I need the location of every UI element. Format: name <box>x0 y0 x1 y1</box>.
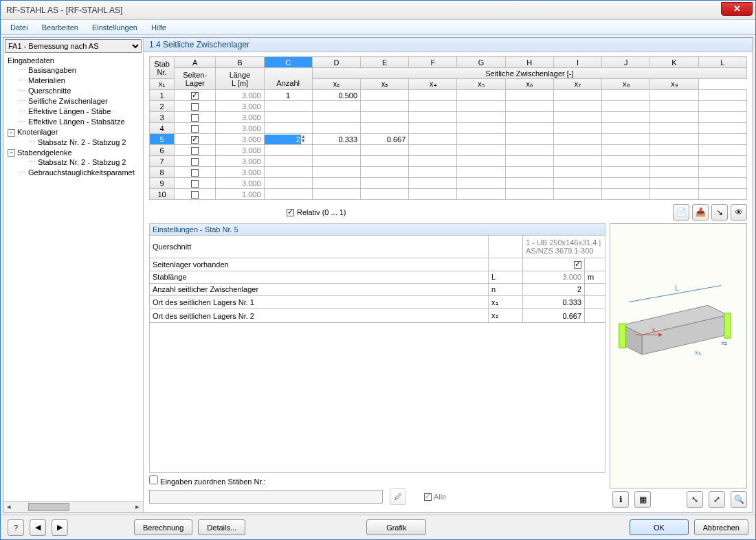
table-row[interactable]: 33.000 <box>150 112 747 123</box>
col-L[interactable]: L <box>698 57 746 68</box>
ok-button[interactable]: OK <box>630 519 689 535</box>
tree-knotenlager[interactable]: −Knotenlager <box>6 127 140 137</box>
spinner-icon[interactable]: ▲▼ <box>301 135 309 143</box>
pick-icon[interactable]: ↘ <box>711 204 728 221</box>
tree-stabendgelenke[interactable]: −Stabendgelenke <box>6 148 140 158</box>
abbrechen-button[interactable]: Abbrechen <box>694 519 748 535</box>
excel-export-icon[interactable]: 📄 <box>673 204 689 221</box>
checkbox-icon[interactable] <box>191 191 199 199</box>
data-grid[interactable]: StabNr. A B C D E F G H I J K L <box>149 56 747 200</box>
col-C[interactable]: C <box>264 57 312 68</box>
col-A[interactable]: A <box>175 57 216 68</box>
assign-input[interactable] <box>149 490 383 504</box>
checkbox-icon[interactable] <box>287 209 294 216</box>
details-button[interactable]: Details... <box>198 519 245 535</box>
zoom-icon[interactable]: 🔍 <box>731 491 747 508</box>
table-row[interactable]: 53.000▲▼0.3330.667 <box>150 134 747 145</box>
tree-eff-laengen-staebe[interactable]: ⋯ Effektive Längen - Stäbe <box>6 106 140 117</box>
tree-root[interactable]: Eingabedaten <box>6 56 140 65</box>
col-I[interactable]: I <box>553 57 601 68</box>
row-header[interactable]: 10 <box>150 189 175 200</box>
col-B[interactable]: B <box>216 57 264 68</box>
row-header[interactable]: 9 <box>150 178 175 189</box>
row-header[interactable]: 2 <box>150 101 175 112</box>
table-row[interactable]: 101.000 <box>150 189 747 200</box>
row-header[interactable]: 6 <box>150 145 175 156</box>
table-row[interactable]: 43.000 <box>150 123 747 134</box>
axis-icon[interactable]: ⤡ <box>687 491 703 508</box>
checkbox-icon[interactable] <box>191 180 199 188</box>
table-row[interactable]: 13.00010.500 <box>150 90 747 101</box>
tree-eff-laengen-stabsaetze[interactable]: ⋯ Effektive Längen - Stabsätze <box>6 117 140 127</box>
col-J[interactable]: J <box>602 57 650 68</box>
collapse-icon[interactable]: − <box>8 149 15 157</box>
col-F[interactable]: F <box>409 57 457 68</box>
sidebar-hscroll[interactable]: ◂ ▸ <box>3 501 143 512</box>
app-window: RF-STAHL AS - [RF-STAHL AS] ✕ Datei Bear… <box>0 0 756 540</box>
close-button[interactable]: ✕ <box>721 2 753 16</box>
col-E[interactable]: E <box>361 57 409 68</box>
table-row[interactable]: 23.000 <box>150 101 747 112</box>
row-header[interactable]: 8 <box>150 167 175 178</box>
preview-canvas: L x x₁ x₂ <box>610 223 747 488</box>
settings-table[interactable]: Querschnitt1 - UB 250x146x31.4 | AS/NZS … <box>149 235 605 473</box>
checkbox-icon[interactable] <box>191 136 199 144</box>
tree-stabendgelenke-child[interactable]: ⋯ Stabsatz Nr. 2 - Stabzug 2 <box>6 157 140 168</box>
next-icon[interactable]: ▶ <box>52 519 68 536</box>
svg-marker-3 <box>619 324 626 348</box>
relativ-checkbox[interactable]: Relativ (0 ... 1) <box>287 208 346 216</box>
table-row[interactable]: 83.000 <box>150 167 747 178</box>
alle-checkbox[interactable]: Alle <box>424 493 446 501</box>
hdr-group: Seitliche Zwischenlager [-] <box>312 68 746 79</box>
row-header[interactable]: 3 <box>150 112 175 123</box>
menu-hilfe[interactable]: Hilfe <box>146 22 172 33</box>
tree-seitliche-zwischenlager[interactable]: ⋯ Seitliche Zwischenlager <box>6 96 140 106</box>
scroll-left-icon[interactable]: ◂ <box>3 502 14 511</box>
settings-panel: Einstellungen - Stab Nr. 5 Querschnitt1 … <box>149 223 605 508</box>
info-icon[interactable]: ℹ <box>612 491 629 508</box>
col-H[interactable]: H <box>505 57 553 68</box>
tree-materialien[interactable]: ⋯ Materialien <box>6 76 140 86</box>
col-K[interactable]: K <box>650 57 698 68</box>
checkbox-icon[interactable] <box>191 103 199 111</box>
checkbox-icon[interactable] <box>191 158 199 166</box>
scroll-thumb[interactable] <box>28 503 69 511</box>
checkbox-icon[interactable] <box>191 92 199 100</box>
menu-datei[interactable]: Datei <box>5 22 34 33</box>
checkbox-icon[interactable] <box>191 114 199 122</box>
pick-members-icon[interactable]: 🖉 <box>390 488 406 505</box>
prev-icon[interactable]: ◀ <box>30 519 46 536</box>
row-header[interactable]: 5 <box>150 134 175 145</box>
row-header[interactable]: 7 <box>150 156 175 167</box>
anzahl-input[interactable] <box>265 135 301 144</box>
tree-gebrauchstauglichkeit[interactable]: ⋯ Gebrauchstauglichkeitsparamet <box>6 168 140 178</box>
checkbox-icon[interactable] <box>191 125 199 133</box>
tree-knotenlager-child[interactable]: ⋯ Stabsatz Nr. 2 - Stabzug 2 <box>6 137 140 148</box>
table-row[interactable]: 73.000 <box>150 156 747 167</box>
tree-querschnitte[interactable]: ⋯ Querschnitte <box>6 86 140 96</box>
menu-bearbeiten[interactable]: Bearbeiten <box>36 22 84 33</box>
assign-checkbox[interactable]: Eingaben zuordnen Stäben Nr.: <box>149 475 266 486</box>
section-icon[interactable]: ▦ <box>634 491 651 508</box>
tree-basisangaben[interactable]: ⋯ Basisangaben <box>6 65 140 76</box>
col-D[interactable]: D <box>312 57 360 68</box>
grafik-button[interactable]: Grafik <box>366 519 426 535</box>
help-icon[interactable]: ? <box>8 519 24 536</box>
case-select[interactable]: FA1 - Bemessung nach AS <box>5 39 142 53</box>
collapse-icon[interactable]: − <box>8 129 15 137</box>
settings-title: Einstellungen - Stab Nr. 5 <box>149 223 605 235</box>
table-row[interactable]: 93.000 <box>150 178 747 189</box>
table-row[interactable]: 63.000 <box>150 145 747 156</box>
axis2-icon[interactable]: ⤢ <box>709 491 725 508</box>
menu-einstellungen[interactable]: Einstellungen <box>87 22 143 33</box>
col-G[interactable]: G <box>457 57 505 68</box>
row-header[interactable]: 1 <box>150 90 175 101</box>
excel-import-icon[interactable]: 📥 <box>692 204 709 221</box>
checkbox-icon[interactable] <box>191 147 199 155</box>
berechnung-button[interactable]: Berechnung <box>134 519 192 535</box>
checkbox-icon[interactable] <box>191 169 199 177</box>
row-header[interactable]: 4 <box>150 123 175 134</box>
scroll-right-icon[interactable]: ▸ <box>132 502 143 511</box>
checkbox-icon[interactable] <box>574 261 581 269</box>
view-icon[interactable]: 👁 <box>731 204 747 221</box>
